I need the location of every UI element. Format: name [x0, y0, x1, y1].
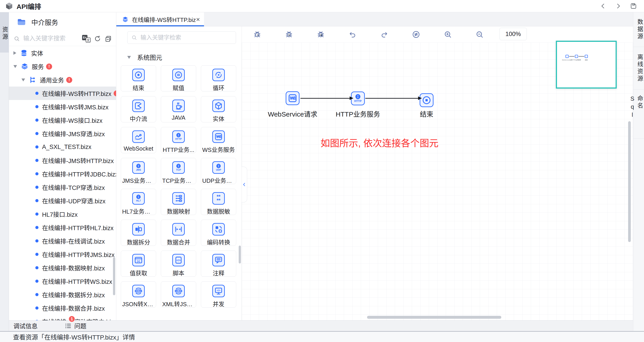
forward-icon[interactable] [614, 2, 622, 10]
back-icon[interactable] [599, 2, 607, 10]
tree-item[interactable]: 在线编排-HTTP转JMS.bizx [9, 248, 116, 261]
palette-item-loop[interactable]: 循环 [201, 65, 236, 92]
minimap-node-label: 结束 [579, 59, 594, 61]
debug-play-icon[interactable] [285, 30, 293, 39]
tree-group[interactable]: 服务! [9, 60, 116, 73]
chevron-down-icon[interactable] [14, 65, 17, 68]
tree-item[interactable]: 在线编排-数据合并.bizx [9, 301, 116, 315]
palette-item-tcp-service[interactable]: TCPTCP业务服务 [161, 158, 196, 184]
tree-item[interactable]: 在线编排-WS接口.bizx [9, 114, 116, 127]
palette-item-assign[interactable]: 赋值 [161, 65, 196, 92]
left-tab-resources[interactable]: 资源 [0, 12, 9, 52]
collapse-all-icon[interactable] [104, 35, 112, 42]
palette-item-websocket[interactable]: WebSocket [121, 127, 156, 153]
palette-item-data-mapping[interactable]: 数据映射 [161, 189, 196, 215]
palette-item-end[interactable]: 结束 [121, 65, 156, 92]
palette-item-xml-json[interactable]: XML-JsonXML转JSON [161, 282, 196, 308]
hl7-service-icon: HL7 [132, 192, 145, 205]
save-icon[interactable] [630, 2, 637, 10]
tree-item[interactable]: 在线编排-在线调试.bizx [9, 234, 116, 248]
tree-bullet-icon [35, 92, 38, 95]
palette-item-ws-service[interactable]: WS业务服务 [201, 127, 236, 153]
flow-connector-arrow [300, 98, 350, 99]
palette-item-script[interactable]: </>脚本 [161, 250, 196, 277]
palette-item-udp-service[interactable]: UDPUDP业务服务 [201, 158, 236, 184]
palette-item-data-split[interactable]: 数据拆分 [121, 220, 156, 246]
palette-item-data-masking[interactable]: ****数据脱敏 [201, 189, 236, 215]
swap-horizontal-icon[interactable] [412, 30, 420, 39]
tree-item-label: 在线编排-WS转HTTP.bizx [42, 89, 112, 98]
debug-flash-icon[interactable] [253, 30, 262, 39]
palette-item-hl7-service[interactable]: HL7HL7业务服务 [121, 189, 156, 215]
minimap[interactable]: WebService请求HTTP业务服务结束 [556, 41, 617, 88]
palette-item-value-get[interactable]: (x)值获取 [121, 250, 156, 277]
bottom-panel-tabs: 调试信息问题1 [9, 320, 633, 331]
palette-item-label: 实体 [213, 114, 224, 122]
undo-icon[interactable] [348, 30, 357, 39]
canvas-vertical-scrollbar[interactable] [628, 121, 631, 242]
palette-collapse-handle[interactable] [242, 167, 247, 202]
tree-item[interactable]: 在线编排-内容动态路由.bizx [9, 315, 116, 320]
tree-item[interactable]: 在线编排-TCP穿透.bizx [9, 180, 116, 194]
tree-item[interactable]: 在线编排-WS转JMS.bizx [9, 100, 116, 114]
right-tab-2[interactable]: 命名Sql [633, 90, 644, 139]
tree-item-label: 在线编排-HTTP转JDBC.bizx [42, 170, 116, 178]
tree-item[interactable]: 在线编排-JMS穿透.bizx [9, 127, 116, 140]
palette-item-mediator-flow[interactable]: 中介流 [121, 96, 156, 122]
tree-item[interactable]: 在线编排-数据拆分.bizx [9, 288, 116, 301]
tree-item[interactable]: 在线编排-JMS转HTTP.bizx [9, 154, 116, 167]
palette-item-entity[interactable]: 实体 [201, 96, 236, 122]
flow-node-ws-service[interactable] [286, 91, 300, 105]
palette-item-comment[interactable]: 注释 [201, 250, 236, 277]
palette-scrollbar[interactable] [239, 246, 241, 264]
tree-group[interactable]: 通用业务! [9, 73, 116, 86]
palette-item-jms-service[interactable]: JMSJMS业务服务 [121, 158, 156, 184]
zoom-level-indicator[interactable]: 100% [500, 28, 527, 40]
debug-step-icon[interactable] [316, 30, 325, 39]
chevron-right-icon[interactable] [14, 51, 16, 55]
tree-bullet-icon [35, 199, 38, 202]
tree-item[interactable]: 在线编排-HTTP转JDBC.bizx [9, 167, 116, 180]
editor-tab-title: 在线编排-WS转HTTP.bizx* [132, 15, 196, 24]
tree-item[interactable]: 在线编排-WS转HTTP.bizx! [9, 86, 116, 100]
database-icon [20, 49, 28, 57]
flow-node-end[interactable] [420, 93, 434, 107]
explorer-search-input[interactable] [23, 35, 82, 42]
refresh-icon[interactable] [94, 35, 101, 42]
palette-item-http-service[interactable]: HTTPHTTP业务... [161, 127, 196, 153]
status-text: 查看资源「在线编排-WS转HTTP.bizx」详情 [13, 332, 135, 341]
tree-item-label: 在线编排-内容动态路由.bizx [42, 317, 116, 320]
palette-item-json-xml[interactable]: Json-XMLJSON转XML [121, 282, 156, 308]
right-tab-1[interactable]: 离线资源 [633, 47, 644, 90]
tree-item[interactable]: HL7接口.bizx [9, 207, 116, 221]
tree-item[interactable]: 在线编排-数据映射.bizx [9, 261, 116, 274]
tree-item[interactable]: A_SXL_TEST.bizx [9, 140, 116, 154]
tree-item[interactable]: 在线编排-UDP穿透.bizx [9, 194, 116, 207]
close-icon[interactable]: × [196, 16, 200, 23]
tree-scrollbar[interactable] [113, 257, 115, 295]
palette-item-data-merge[interactable]: 数据合并 [161, 220, 196, 246]
zoom-out-icon[interactable] [475, 30, 484, 39]
canvas-horizontal-scrollbar[interactable] [367, 316, 501, 319]
right-tab-0[interactable]: 数据源 [633, 12, 644, 47]
chevron-down-icon[interactable] [22, 78, 25, 82]
translate-icon[interactable]: En文 [82, 35, 90, 42]
palette-item-label: 数据脱敏 [207, 207, 230, 215]
udp-service-icon: UDP [212, 161, 225, 174]
tree-item[interactable]: 在线编排-HTTP转HL7.bizx [9, 221, 116, 234]
palette-item-java[interactable]: JAVA [161, 96, 196, 122]
redo-icon[interactable] [380, 30, 388, 39]
palette-item-label: HL7业务服务 [122, 207, 155, 215]
tree-item-label: 通用业务 [40, 76, 64, 84]
tree-group[interactable]: 实体 [9, 46, 116, 60]
bottom-tab-0[interactable]: 调试信息 [14, 322, 38, 330]
zoom-in-icon[interactable] [444, 30, 452, 39]
palette-item-encoding-convert[interactable]: 编码转换 [201, 220, 236, 246]
palette-section-header[interactable]: 系统图元 [127, 53, 242, 62]
palette-item-concurrent[interactable]: </>并发 [201, 282, 236, 308]
editor-tab-active[interactable]: 在线编排-WS转HTTP.bizx* × [116, 12, 204, 26]
tree-item[interactable]: 在线编排-HTTP转WS.bizx [9, 274, 116, 288]
bottom-tab-1[interactable]: 问题1 [64, 322, 86, 330]
palette-search-input[interactable] [140, 34, 232, 42]
tree-item-label: 在线编排-在线调试.bizx [42, 237, 105, 245]
